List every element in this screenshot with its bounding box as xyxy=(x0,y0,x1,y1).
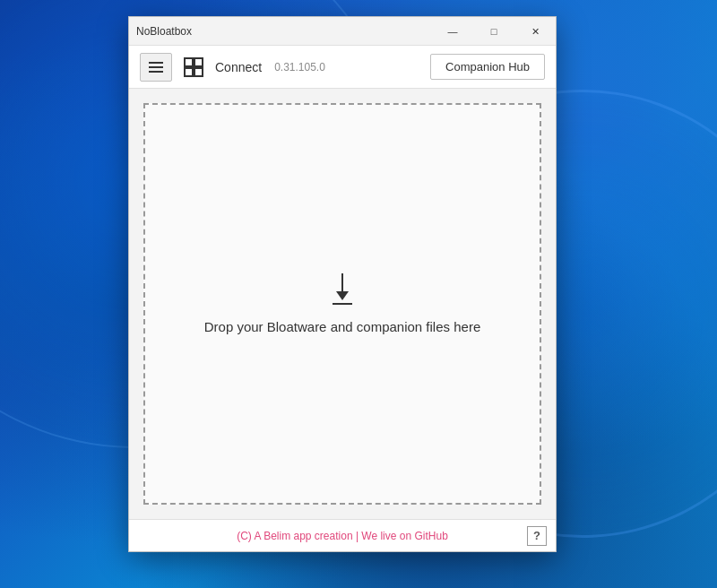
drop-zone[interactable]: Drop your Bloatware and companion files … xyxy=(143,103,541,505)
window-controls: — □ ✕ xyxy=(432,17,556,45)
version-label: 0.31.105.0 xyxy=(274,61,325,74)
minimize-button[interactable]: — xyxy=(432,17,473,46)
hamburger-icon xyxy=(149,62,163,73)
maximize-button[interactable]: □ xyxy=(473,17,514,46)
app-logo-icon xyxy=(181,55,206,80)
svg-rect-1 xyxy=(194,58,203,66)
svg-rect-3 xyxy=(194,68,203,76)
hamburger-button[interactable] xyxy=(140,53,172,82)
title-bar: NoBloatbox — □ ✕ xyxy=(129,17,556,46)
download-icon xyxy=(333,273,352,305)
companion-hub-button[interactable]: Companion Hub xyxy=(430,54,545,80)
drop-instruction: Drop your Bloatware and companion files … xyxy=(204,319,481,334)
app-window: NoBloatbox — □ ✕ Connect 0.31.105.0 xyxy=(128,16,557,552)
svg-rect-2 xyxy=(185,68,193,76)
connect-label: Connect xyxy=(215,60,262,74)
main-content: Drop your Bloatware and companion files … xyxy=(129,89,556,519)
svg-rect-0 xyxy=(185,58,193,66)
close-button[interactable]: ✕ xyxy=(514,17,556,46)
footer: (C) A Belim app creation | We live on Gi… xyxy=(129,519,556,551)
help-button[interactable]: ? xyxy=(527,526,547,546)
footer-credit[interactable]: (C) A Belim app creation | We live on Gi… xyxy=(237,530,448,542)
window-title: NoBloatbox xyxy=(136,25,192,38)
toolbar: Connect 0.31.105.0 Companion Hub xyxy=(129,46,556,89)
